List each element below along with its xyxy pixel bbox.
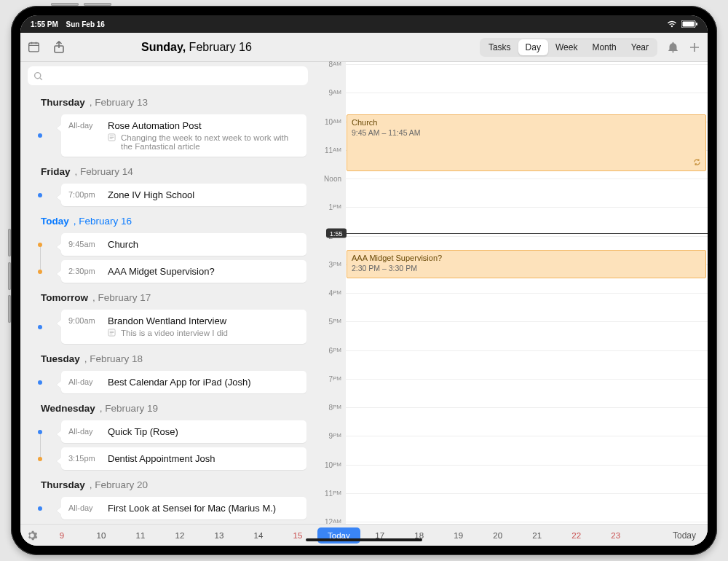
view-tab-day[interactable]: Day: [518, 39, 548, 55]
wifi-icon: [667, 20, 677, 28]
date-strip-day[interactable]: 14: [239, 528, 278, 543]
svg-rect-1: [683, 22, 695, 27]
event-card[interactable]: 3:15pmDentist Appointment Josh: [61, 447, 306, 470]
calendar-dot: [38, 133, 42, 138]
date-strip: 9101112131415Today17181920212223 Today: [20, 524, 708, 546]
event-card[interactable]: All-dayRose Automation PostChanging the …: [61, 114, 306, 157]
event-time: All-day: [68, 426, 100, 436]
hour-label: 11PM: [314, 489, 341, 497]
event-title: Zone IV High School: [108, 189, 299, 200]
hour-label: 6PM: [314, 346, 341, 354]
event-note: This is a video interview I did: [108, 329, 299, 338]
svg-rect-3: [29, 43, 39, 52]
calendar-dot: [38, 270, 42, 274]
calendar-dot: [38, 325, 42, 329]
battery-icon: [681, 20, 697, 28]
day-header: Thursday, February 13: [20, 90, 315, 112]
day-header: Tomorrow, February 17: [20, 285, 315, 307]
event-title: AAA Midget Supervision?: [108, 266, 299, 277]
hour-label: 11AM: [314, 146, 341, 154]
date-strip-day[interactable]: 9: [42, 528, 82, 543]
svg-point-5: [35, 72, 41, 78]
calendar-icon[interactable]: [28, 41, 40, 53]
jump-to-today-button[interactable]: Today: [667, 530, 702, 541]
calendar-dot: [38, 193, 42, 197]
calendar-dot: [38, 430, 42, 434]
hour-label: 7PM: [314, 374, 341, 382]
date-strip-day[interactable]: 23: [596, 528, 636, 543]
recurring-icon: [693, 158, 701, 168]
view-tab-year[interactable]: Year: [624, 39, 656, 55]
timed-event[interactable]: AAA Midget Supervision?2:30 PM – 3:30 PM: [347, 250, 706, 278]
timed-event[interactable]: Church9:45 AM – 11:45 AM: [347, 114, 706, 172]
event-note: Changing the week to next week to work w…: [108, 133, 299, 151]
hour-label: 8AM: [314, 60, 341, 68]
event-time: All-day: [68, 503, 100, 512]
event-title: Dentist Appointment Josh: [108, 453, 299, 464]
timed-event-title: Church: [352, 118, 701, 127]
day-grid-pane[interactable]: 8AM9AM10AM11AMNoon1PM2PM3PM4PM5PM6PM7PM8…: [315, 62, 708, 524]
date-strip-day[interactable]: 19: [439, 528, 478, 543]
note-icon: [108, 329, 116, 338]
timed-event-time: 9:45 AM – 11:45 AM: [352, 128, 701, 137]
status-bar: 1:55 PM Sun Feb 16: [20, 15, 708, 33]
event-card[interactable]: 9:00amBrandon Wentland InterviewThis is …: [61, 310, 306, 344]
home-indicator[interactable]: [306, 538, 422, 541]
event-time: 9:00am: [68, 315, 100, 325]
event-time: All-day: [68, 377, 100, 386]
event-card[interactable]: 7:00pmZone IV High School: [61, 184, 306, 206]
day-header: Thursday, February 20: [20, 472, 315, 495]
event-title: First Look at Sensei for Mac (Marius M.): [108, 503, 299, 514]
date-strip-day[interactable]: 10: [82, 528, 121, 543]
hour-label: 10AM: [314, 117, 341, 125]
hour-label: 1PM: [314, 203, 341, 211]
day-header: Tuesday, February 18: [20, 346, 315, 369]
status-date: Sun Feb 16: [66, 20, 105, 28]
event-title: Rose Automation Post: [108, 120, 299, 131]
svg-rect-2: [696, 23, 697, 26]
view-tab-tasks[interactable]: Tasks: [481, 39, 518, 55]
event-card[interactable]: 9:45amChurch: [61, 233, 306, 256]
view-tab-week[interactable]: Week: [548, 39, 585, 55]
event-title: Quick Tip (Rose): [108, 426, 299, 437]
hour-label: 8PM: [314, 404, 341, 412]
current-time-indicator: 1:55: [346, 233, 708, 234]
date-strip-day[interactable]: 22: [557, 528, 596, 543]
date-strip-day[interactable]: 11: [121, 528, 160, 543]
view-tab-month[interactable]: Month: [585, 39, 623, 55]
day-header: Today, February 16: [20, 208, 315, 231]
timed-event-title: AAA Midget Supervision?: [352, 254, 701, 262]
date-strip-day[interactable]: 12: [160, 528, 199, 543]
event-card[interactable]: All-dayBest Calendar App for iPad (Josh): [61, 371, 306, 393]
calendar-dot: [38, 506, 42, 511]
date-strip-day[interactable]: 20: [478, 528, 518, 543]
status-time: 1:55 PM: [31, 20, 58, 28]
share-icon[interactable]: [53, 41, 65, 54]
hour-label: 9AM: [314, 89, 341, 97]
day-header: Friday, February 14: [20, 159, 315, 181]
event-card[interactable]: All-dayFirst Look at Sensei for Mac (Mar…: [61, 497, 306, 519]
event-list-pane: Thursday, February 13All-dayRose Automat…: [20, 62, 315, 524]
note-icon: [108, 133, 116, 151]
event-title: Best Calendar App for iPad (Josh): [108, 377, 299, 388]
event-card[interactable]: All-dayQuick Tip (Rose): [61, 420, 306, 443]
bell-icon[interactable]: [668, 42, 678, 53]
date-strip-day[interactable]: 21: [518, 528, 557, 543]
gear-icon[interactable]: [26, 530, 42, 541]
event-card[interactable]: 2:30pmAAA Midget Supervision?: [61, 260, 306, 283]
day-header: Wednesday, February 19: [20, 396, 315, 418]
calendar-dot: [38, 243, 42, 247]
view-segmented-control[interactable]: TasksDayWeekMonthYear: [480, 38, 657, 57]
hour-label: 5PM: [314, 318, 341, 326]
calendar-dot: [38, 380, 42, 385]
event-time: 9:45am: [68, 239, 100, 248]
event-time: All-day: [68, 120, 100, 130]
search-input[interactable]: [28, 66, 308, 85]
event-title: Church: [108, 239, 299, 250]
toolbar: Sunday, February 16 TasksDayWeekMonthYea…: [20, 33, 708, 62]
calendar-dot: [38, 457, 42, 461]
event-time: 2:30pm: [68, 266, 100, 275]
hour-label: 4PM: [314, 289, 341, 297]
date-strip-day[interactable]: 13: [199, 528, 239, 543]
plus-icon[interactable]: [689, 42, 700, 53]
